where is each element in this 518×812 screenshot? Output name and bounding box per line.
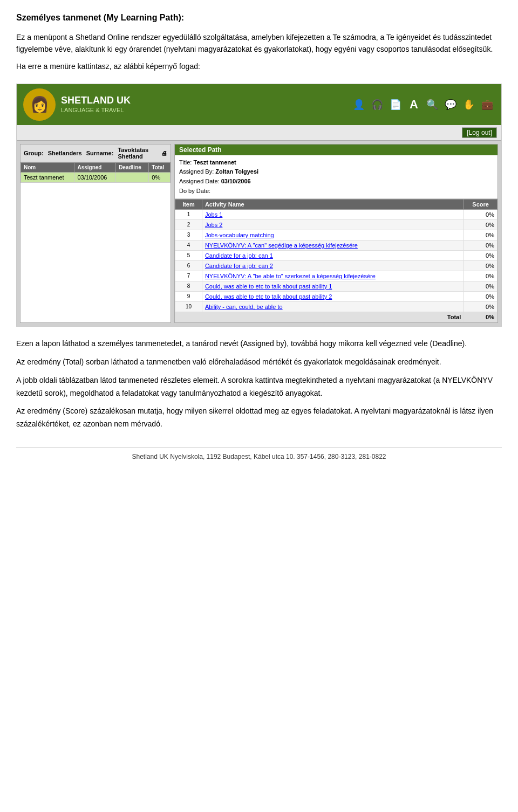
activity-name[interactable]: Jobs-vocabulary matching — [202, 230, 464, 240]
title-value: Teszt tanmenet — [194, 159, 236, 166]
assigned-date-label: Assigned Date: — [179, 178, 220, 184]
nom-cell: Teszt tanmenet — [21, 172, 74, 182]
score-cell: 0% — [464, 302, 497, 312]
score-cell: 0% — [464, 292, 497, 302]
activity-row[interactable]: 6 Candidate for a job: can 2 0% — [175, 261, 497, 271]
activity-name[interactable]: Candidate for a job: can 2 — [202, 261, 464, 271]
right-panel: Selected Path Title: Teszt tanmenet Assi… — [174, 144, 498, 323]
activity-row[interactable]: 5 Candidate for a job: can 1 0% — [175, 251, 497, 261]
screenshot-frame: 👩 SHETLAND UK LANGUAGE & TRAVEL 👤 🎧 📄 A … — [16, 84, 502, 327]
activity-name[interactable]: Candidate for a job: can 1 — [202, 251, 464, 261]
score-cell: 0% — [464, 240, 497, 251]
assigned-by-label: Assigned By: — [179, 168, 214, 175]
content-area: Group: Shetlanders Surname: Tavoktatas S… — [17, 141, 501, 326]
activity-name[interactable]: Ability - can, could, be able to — [202, 302, 464, 312]
group-info-bar: Group: Shetlanders Surname: Tavoktatas S… — [21, 144, 171, 162]
total-label: Total — [175, 312, 464, 322]
col-total: Total — [149, 162, 171, 172]
logo: 👩 SHETLAND UK LANGUAGE & TRAVEL — [23, 88, 131, 121]
activity-name[interactable]: NYELVKÖNYV: A "be able to" szerkezet a k… — [202, 271, 464, 281]
item-num: 8 — [175, 281, 202, 292]
activity-name[interactable]: Could, was able to etc to talk about pas… — [202, 281, 464, 292]
activity-name[interactable]: Could, was able to etc to talk about pas… — [202, 292, 464, 302]
logo-text-line2: LANGUAGE & TRAVEL — [61, 107, 131, 114]
item-num: 3 — [175, 230, 202, 240]
print-icon[interactable]: 🖨 — [161, 150, 167, 156]
item-num: 9 — [175, 292, 202, 302]
item-num: 2 — [175, 220, 202, 230]
activity-row[interactable]: 9 Could, was able to etc to talk about p… — [175, 292, 497, 302]
menu-instruction: Ha erre a menüre kattintasz, az alábbi k… — [16, 60, 502, 72]
left-table: Nom Assigned Deadline Total Teszt tanmen… — [21, 162, 171, 183]
bottom-p2: Az eredmény (Total) sorban láthatod a ta… — [16, 356, 502, 369]
bottom-p4: Az eredmény (Score) százalékosan mutatja… — [16, 405, 502, 431]
deadline-cell — [116, 172, 149, 182]
logout-button[interactable]: [Log out] — [462, 127, 497, 138]
item-num: 6 — [175, 261, 202, 271]
table-row[interactable]: Teszt tanmenet 03/10/2006 0% — [21, 172, 171, 182]
activity-name[interactable]: Jobs 1 — [202, 210, 464, 220]
main-text-block: Személyes tanmenet (My Learning Path): E… — [16, 11, 502, 73]
score-cell: 0% — [464, 281, 497, 292]
font-icon[interactable]: A — [406, 97, 421, 112]
col-activity-name: Activity Name — [202, 199, 464, 210]
activity-name[interactable]: Jobs 2 — [202, 220, 464, 230]
bottom-p3: A jobb oldali táblázatban látod tanmenet… — [16, 374, 502, 400]
activity-row[interactable]: 8 Could, was able to etc to talk about p… — [175, 281, 497, 292]
total-row: Total 0% — [175, 312, 497, 322]
logo-avatar: 👩 — [23, 88, 56, 121]
col-assigned: Assigned — [74, 162, 116, 172]
activity-row[interactable]: 2 Jobs 2 0% — [175, 220, 497, 230]
briefcase-icon[interactable]: 💼 — [480, 97, 495, 112]
item-num: 10 — [175, 302, 202, 312]
title-label: Title: — [179, 159, 192, 166]
footer-text: Shetland UK Nyelviskola, 1192 Budapest, … — [132, 453, 386, 460]
activity-row[interactable]: 4 NYELVKÖNYV: A "can" segédige a képessé… — [175, 240, 497, 251]
activity-name[interactable]: NYELVKÖNYV: A "can" segédige a képesség … — [202, 240, 464, 251]
assigned-date-value: 03/10/2006 — [221, 178, 251, 184]
activity-row[interactable]: 7 NYELVKÖNYV: A "be able to" szerkezet a… — [175, 271, 497, 281]
intro-paragraph: Ez a menüpont a Shetland Online rendszer… — [16, 31, 502, 56]
bottom-text: Ezen a lapon láthatod a személyes tanmen… — [16, 338, 502, 431]
score-cell: 0% — [464, 230, 497, 240]
path-info: Title: Teszt tanmenet Assigned By: Zolta… — [175, 155, 497, 199]
do-by-label: Do by Date: — [179, 188, 210, 194]
score-cell: 0% — [464, 251, 497, 261]
col-score: Score — [464, 199, 497, 210]
assigned-by-value: Zoltan Tolgyesi — [215, 168, 258, 175]
surname-value: Tavoktatas Shetland — [118, 147, 155, 160]
magnifier-icon[interactable]: 🔍 — [425, 97, 440, 112]
logo-text-line1: SHETLAND UK — [61, 95, 131, 107]
col-item: Item — [175, 199, 202, 210]
group-label: Group: — [24, 150, 44, 156]
left-panel: Group: Shetlanders Surname: Tavoktatas S… — [20, 144, 171, 323]
score-cell: 0% — [464, 271, 497, 281]
col-nom: Nom — [21, 162, 74, 172]
chat-icon[interactable]: 💬 — [443, 97, 458, 112]
activity-row[interactable]: 1 Jobs 1 0% — [175, 210, 497, 220]
assigned-cell: 03/10/2006 — [74, 172, 116, 182]
header-nav-icons: 👤 🎧 📄 A 🔍 💬 ✋ 💼 — [351, 97, 495, 112]
person-icon[interactable]: 👤 — [351, 97, 366, 112]
activity-table: Item Activity Name Score 1 Jobs 1 0% 2 J… — [175, 199, 497, 322]
activity-row[interactable]: 3 Jobs-vocabulary matching 0% — [175, 230, 497, 240]
headphones-icon[interactable]: 🎧 — [370, 97, 385, 112]
footer: Shetland UK Nyelviskola, 1192 Budapest, … — [16, 447, 502, 460]
bottom-p1: Ezen a lapon láthatod a személyes tanmen… — [16, 338, 502, 350]
col-deadline: Deadline — [116, 162, 149, 172]
item-num: 1 — [175, 210, 202, 220]
item-num: 5 — [175, 251, 202, 261]
surname-label: Surname: — [86, 150, 114, 156]
hand-icon[interactable]: ✋ — [461, 97, 476, 112]
score-cell: 0% — [464, 261, 497, 271]
item-num: 4 — [175, 240, 202, 251]
group-value: Shetlanders — [48, 150, 82, 156]
top-bar: [Log out] — [17, 125, 501, 141]
activity-row[interactable]: 10 Ability - can, could, be able to 0% — [175, 302, 497, 312]
site-header: 👩 SHETLAND UK LANGUAGE & TRAVEL 👤 🎧 📄 A … — [17, 84, 501, 125]
item-num: 7 — [175, 271, 202, 281]
total-score: 0% — [464, 312, 497, 322]
book-icon[interactable]: 📄 — [388, 97, 403, 112]
section-title: Személyes tanmenet (My Learning Path): — [16, 11, 502, 25]
score-cell: 0% — [464, 210, 497, 220]
